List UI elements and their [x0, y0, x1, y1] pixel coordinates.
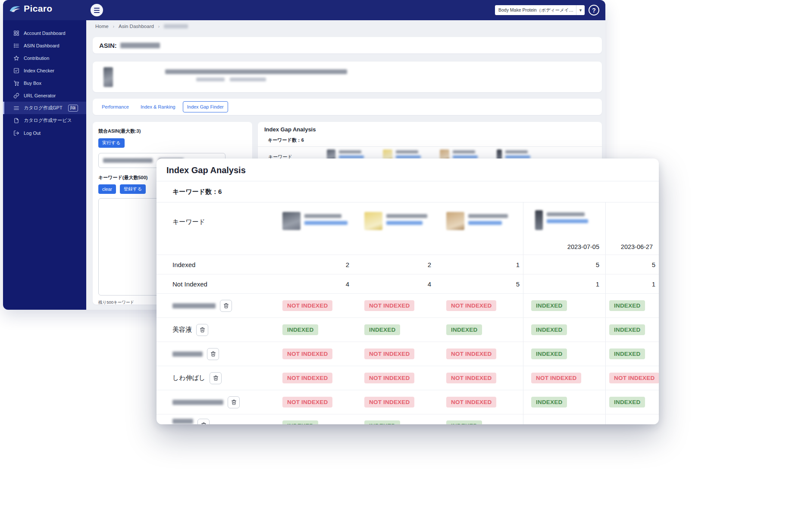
panel-keyword-count: キーワード数：6 [268, 137, 304, 143]
product-thumbnail [535, 210, 543, 230]
product-card [93, 62, 602, 92]
product-subtitle-redacted [196, 78, 225, 81]
not-indexed-row-label: Not Indexed [157, 274, 271, 293]
status-badge: INDEXED [446, 420, 482, 424]
delete-keyword-button[interactable] [196, 324, 208, 336]
keyword-text: 美容液 [172, 326, 192, 334]
sidebar-item-url-generator[interactable]: URL Generator [3, 89, 86, 102]
beta-badge: β版 [68, 105, 78, 112]
clear-button[interactable]: clear [98, 184, 116, 194]
keyword-redacted [172, 352, 203, 357]
status-badge: INDEXED [609, 348, 645, 359]
not-indexed-counts-row: Not Indexed 4 4 5 1 1 [157, 274, 659, 294]
sidebar-item-index-checker[interactable]: Index Checker [3, 64, 86, 77]
trash-icon [231, 399, 237, 405]
logout-icon [13, 130, 19, 136]
hamburger-menu-button[interactable] [91, 4, 103, 16]
tab-index-gap-finder[interactable]: Index Gap Finder [183, 101, 228, 112]
keyword-row: NOT INDEXED NOT INDEXED NOT INDEXED INDE… [157, 390, 659, 414]
panel-title: Index Gap Analysis [264, 126, 316, 133]
divider [258, 146, 602, 147]
sidebar-item-contribution[interactable]: Contribution [3, 52, 86, 64]
keyword-text: しわ伸ばし [172, 374, 205, 382]
sidebar-item-catalog-service[interactable]: カタログ作成サービス [3, 114, 86, 127]
check-square-icon [13, 68, 19, 74]
menu-lines-icon [13, 105, 19, 111]
indexed-count: 5 [523, 255, 605, 274]
sidebar-item-buy-box[interactable]: Buy Box [3, 77, 86, 89]
modal-title: Index Gap Analysis [157, 159, 659, 181]
tab-index-ranking[interactable]: Index & Ranking [136, 101, 180, 112]
product-title-redacted [165, 69, 347, 74]
status-badge: NOT INDEXED [609, 373, 659, 383]
sidebar-item-label: Index Checker [24, 68, 54, 73]
tab-performance[interactable]: Performance [97, 101, 133, 112]
sidebar-item-catalog-gpt[interactable]: カタログ作成GPT β版 [3, 102, 86, 114]
status-badge: INDEXED [282, 420, 318, 424]
sidebar-item-account-dashboard[interactable]: Account Dashboard [3, 27, 86, 39]
competitor-product-header-2 [353, 202, 435, 255]
date-column-header: 2023-06-27 [621, 243, 653, 250]
indexed-count: 2 [271, 255, 353, 274]
register-button[interactable]: 登録する [120, 184, 146, 194]
not-indexed-count: 1 [523, 274, 605, 293]
main-product-header: 2023-07-05 [523, 202, 605, 255]
indexed-count: 2 [353, 255, 435, 274]
sidebar-item-label: Log Out [24, 131, 41, 136]
delete-keyword-button[interactable] [210, 372, 222, 384]
breadcrumb-item-asin-dashboard[interactable]: Asin Dashboard [119, 24, 154, 29]
not-indexed-count: 1 [605, 274, 659, 293]
sidebar: Account Dashboard ASIN Dashboard Contrib… [3, 20, 86, 310]
help-icon[interactable]: ? [589, 5, 599, 16]
trash-icon [213, 375, 219, 381]
breadcrumb-item-redacted [164, 24, 188, 28]
status-badge: NOT INDEXED [364, 397, 414, 408]
sidebar-item-log-out[interactable]: Log Out [3, 127, 86, 139]
status-badge: NOT INDEXED [531, 373, 581, 383]
status-badge: NOT INDEXED [282, 300, 332, 311]
sidebar-item-asin-dashboard[interactable]: ASIN Dashboard [3, 39, 86, 52]
asin-input-value-redacted [103, 158, 153, 163]
link-icon [13, 93, 19, 99]
not-indexed-count: 4 [271, 274, 353, 293]
status-badge: NOT INDEXED [282, 397, 332, 408]
status-badge: INDEXED [609, 300, 645, 311]
status-badge: NOT INDEXED [446, 348, 496, 359]
run-button[interactable]: 実行する [98, 138, 125, 148]
status-badge: INDEXED [446, 324, 482, 335]
status-badge: INDEXED [531, 300, 567, 311]
keyword-redacted [172, 303, 216, 308]
delete-keyword-button[interactable] [207, 348, 219, 360]
delete-keyword-button[interactable] [228, 396, 240, 408]
not-indexed-count: 4 [353, 274, 435, 293]
status-badge: NOT INDEXED [446, 373, 496, 383]
keyword-row: NOT INDEXED NOT INDEXED NOT INDEXED INDE… [157, 294, 659, 318]
brand-name: Picaro [24, 3, 53, 14]
chevron-down-icon: ▼ [576, 5, 585, 15]
table-header-row: キーワード [157, 202, 659, 255]
account-selector-value: Body Make Protein（ボディーメイクプロテイン） [498, 7, 576, 13]
keyword-row: しわ伸ばし NOT INDEXED NOT INDEXED NOT INDEXE… [157, 366, 659, 390]
breadcrumb-separator: › [113, 24, 114, 29]
delete-keyword-button[interactable] [197, 419, 210, 424]
topbar: Picaro Body Make Protein（ボディーメイクプロテイン） ▼… [3, 0, 605, 20]
asin-header-card: ASIN: [93, 37, 602, 53]
star-icon [13, 55, 19, 61]
product-thumbnail [282, 212, 301, 230]
date-column-header-2: 2023-06-27 [605, 202, 659, 255]
status-badge: INDEXED [282, 324, 318, 335]
indexed-counts-row: Indexed 2 2 1 5 5 [157, 255, 659, 274]
status-badge: INDEXED [531, 324, 567, 335]
indexed-row-label: Indexed [157, 255, 271, 274]
cart-icon [13, 80, 19, 86]
status-badge: INDEXED [364, 324, 400, 335]
list-icon [13, 43, 19, 49]
breadcrumb-item-home[interactable]: Home [95, 24, 109, 29]
status-badge: INDEXED [531, 348, 567, 359]
product-thumbnail [446, 212, 464, 230]
keyword-row: 美容液 INDEXED INDEXED INDEXED INDEXED INDE… [157, 318, 659, 342]
delete-keyword-button[interactable] [220, 300, 232, 312]
keyword-row: NOT INDEXED NOT INDEXED NOT INDEXED INDE… [157, 342, 659, 366]
competitor-asin-title: 競合ASIN(最大数:3) [98, 128, 247, 134]
account-selector-dropdown[interactable]: Body Make Protein（ボディーメイクプロテイン） ▼ [495, 5, 585, 15]
